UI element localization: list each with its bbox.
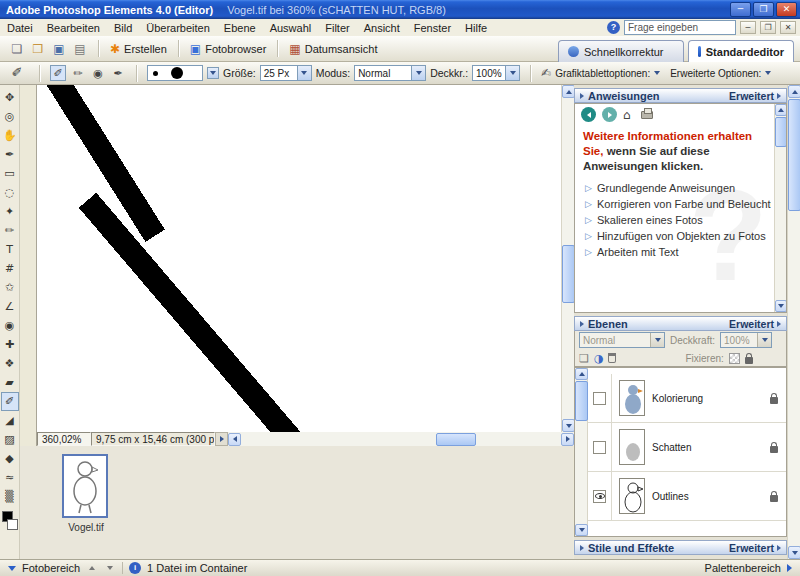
scroll-right-button[interactable] <box>561 433 574 446</box>
size-select[interactable]: 25 Px <box>260 65 312 81</box>
scroll-down-button[interactable] <box>575 524 588 536</box>
scrollbar-thumb[interactable] <box>788 99 800 211</box>
palette-bin-toggle-icon[interactable] <box>787 564 792 572</box>
menu-ueberarbeiten[interactable]: Überarbeiten <box>139 22 217 34</box>
chevron-down-icon[interactable] <box>505 66 519 80</box>
tool-move[interactable]: ✥ <box>1 88 19 107</box>
menu-ebene[interactable]: Ebene <box>217 22 263 34</box>
tab-schnellkorrektur[interactable]: Schnellkorrektur <box>558 40 684 62</box>
tool-healing-brush[interactable]: ✚ <box>1 335 19 354</box>
instruction-link-skalieren[interactable]: ▷Skalieren eines Fotos <box>575 212 771 228</box>
impressionist-brush-icon[interactable]: ✏ <box>70 65 86 81</box>
blend-mode-select[interactable]: Normal <box>579 332 665 348</box>
tool-red-eye[interactable]: ◉ <box>1 316 19 335</box>
menu-fenster[interactable]: Fenster <box>407 22 458 34</box>
fotobrowser-button[interactable]: ▣ Fotobrowser <box>185 40 271 58</box>
tool-gradient[interactable]: ▨ <box>1 430 19 449</box>
scrollbar-thumb[interactable] <box>436 433 476 446</box>
visibility-checkbox[interactable] <box>593 490 606 503</box>
tool-marquee[interactable]: ▭ <box>1 164 19 183</box>
tool-hand[interactable]: ✋ <box>1 126 19 145</box>
minimize-button[interactable]: ─ <box>730 2 751 17</box>
doc-restore-button[interactable]: ❐ <box>760 21 776 34</box>
layer-thumbnail[interactable] <box>619 478 645 514</box>
new-file-icon[interactable]: ❏ <box>8 42 26 56</box>
instruction-link-korrigieren[interactable]: ▷Korrigieren von Farbe und Beleuchtung <box>575 196 771 212</box>
close-button[interactable]: ✕ <box>776 2 797 17</box>
help-icon[interactable]: ? <box>607 21 620 34</box>
instruction-link-arbeiten[interactable]: ▷Arbeiten mit Text <box>575 244 771 260</box>
brush-preset-dropdown[interactable] <box>207 67 219 79</box>
scrollbar-thumb[interactable] <box>775 117 787 147</box>
tool-selection-brush[interactable]: ✏ <box>1 221 19 240</box>
anweisungen-erweitert-button[interactable]: Erweitert <box>729 90 781 102</box>
anweisungen-palette-header[interactable]: Anweisungen Erweitert <box>574 88 787 103</box>
layer-opacity-select[interactable]: 100% <box>720 332 772 348</box>
chevron-down-icon[interactable] <box>757 333 771 347</box>
zoom-level[interactable]: 360,02% <box>37 432 91 446</box>
palette-bin-scrollbar[interactable] <box>787 85 800 559</box>
photo-bin-label[interactable]: Fotobereich <box>22 562 80 574</box>
layer-thumbnail[interactable] <box>619 429 645 465</box>
scroll-down-button[interactable] <box>775 300 787 312</box>
tool-clone-stamp[interactable]: ❖ <box>1 354 19 373</box>
photo-bin-toggle-icon[interactable] <box>8 566 16 571</box>
layers-scrollbar[interactable] <box>575 368 588 536</box>
tool-brush[interactable]: ✐ <box>1 392 19 411</box>
tool-paint-bucket[interactable]: ◢ <box>1 411 19 430</box>
photo-bin-next-button[interactable] <box>104 562 116 574</box>
status-info-button[interactable] <box>215 432 228 446</box>
tool-sponge[interactable]: ▒ <box>1 487 19 506</box>
brush-variant-icon[interactable]: ✐ <box>50 65 66 81</box>
tool-eraser[interactable]: ▰ <box>1 373 19 392</box>
tool-zoom[interactable]: ◎ <box>1 107 19 126</box>
canvas[interactable] <box>37 85 561 432</box>
palette-bin-label[interactable]: Palettenbereich <box>705 562 781 574</box>
ebenen-erweitert-button[interactable]: Erweitert <box>729 318 781 330</box>
forward-button[interactable] <box>602 107 617 122</box>
layer-row-schatten[interactable]: Schatten <box>588 423 786 472</box>
color-replacement-icon[interactable]: ◉ <box>90 65 106 81</box>
ebenen-palette-header[interactable]: Ebenen Erweitert <box>574 316 787 331</box>
instruction-link-hinzufuegen[interactable]: ▷Hinzufügen von Objekten zu Fotos <box>575 228 771 244</box>
instruction-link-grundlegende[interactable]: ▷Grundlegende Anweisungen <box>575 180 771 196</box>
visibility-checkbox[interactable] <box>593 392 606 405</box>
tool-cookie-cutter[interactable]: ✩ <box>1 278 19 297</box>
menu-bild[interactable]: Bild <box>107 22 139 34</box>
delete-layer-icon[interactable] <box>608 353 616 363</box>
chevron-down-icon[interactable] <box>297 66 311 80</box>
stile-palette-header[interactable]: Stile und Effekte Erweitert <box>574 540 787 555</box>
chevron-down-icon[interactable] <box>654 71 660 75</box>
chevron-down-icon[interactable] <box>650 333 664 347</box>
doc-close-button[interactable]: ✕ <box>780 21 796 34</box>
tool-blur[interactable]: ≈ <box>1 468 19 487</box>
mode-select[interactable]: Normal <box>354 65 426 81</box>
menu-bearbeiten[interactable]: Bearbeiten <box>40 22 107 34</box>
tool-lasso[interactable]: ◌ <box>1 183 19 202</box>
print-icon[interactable]: ▤ <box>71 42 89 56</box>
scroll-up-button[interactable] <box>775 104 787 116</box>
horizontal-scrollbar[interactable] <box>228 432 574 446</box>
question-input[interactable] <box>624 20 736 35</box>
home-icon[interactable]: ⌂ <box>623 109 631 121</box>
chevron-down-icon[interactable] <box>765 71 771 75</box>
layer-row-kolorierung[interactable]: Kolorierung <box>588 374 786 423</box>
scroll-up-button[interactable] <box>788 85 800 98</box>
scrollbar-track[interactable] <box>241 433 561 446</box>
vertical-scrollbar[interactable] <box>561 85 574 432</box>
adjustment-layer-icon[interactable]: ◑ <box>594 353 604 364</box>
lock-transparency-icon[interactable] <box>729 353 740 364</box>
erstellen-button[interactable]: ✱ Erstellen <box>105 40 172 58</box>
layer-row-outlines[interactable]: Outlines <box>588 472 786 521</box>
visibility-checkbox[interactable] <box>593 441 606 454</box>
tool-crop[interactable]: # <box>1 259 19 278</box>
scroll-up-button[interactable] <box>575 368 588 380</box>
new-layer-icon[interactable]: ❏ <box>579 353 589 364</box>
save-icon[interactable]: ▣ <box>50 42 68 56</box>
tool-eyedropper[interactable]: ✒ <box>1 145 19 164</box>
menu-datei[interactable]: Datei <box>0 22 40 34</box>
restore-button[interactable]: ❐ <box>753 2 774 17</box>
menu-hilfe[interactable]: Hilfe <box>458 22 494 34</box>
open-file-icon[interactable]: ❒ <box>29 42 47 56</box>
menu-auswahl[interactable]: Auswahl <box>263 22 319 34</box>
